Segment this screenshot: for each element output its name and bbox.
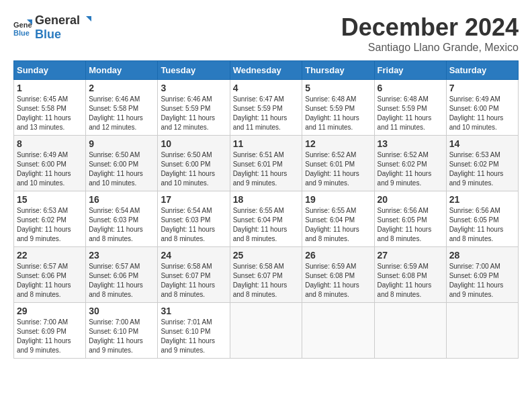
day-info: Sunrise: 6:50 AMSunset: 6:00 PMDaylight:… <box>89 151 143 187</box>
calendar-table: SundayMondayTuesdayWednesdayThursdayFrid… <box>13 60 519 359</box>
calendar-day-cell: 4 Sunrise: 6:47 AMSunset: 5:59 PMDayligh… <box>230 80 302 136</box>
day-number: 25 <box>233 250 300 261</box>
calendar-day-cell: 13 Sunrise: 6:52 AMSunset: 6:02 PMDaylig… <box>374 136 446 191</box>
day-info: Sunrise: 6:55 AMSunset: 6:04 PMDaylight:… <box>305 207 359 242</box>
day-info: Sunrise: 6:59 AMSunset: 6:08 PMDaylight:… <box>305 263 359 298</box>
location-subtitle: Santiago Llano Grande, Mexico <box>341 42 519 54</box>
day-number: 29 <box>17 306 83 316</box>
day-info: Sunrise: 6:55 AMSunset: 6:04 PMDaylight:… <box>233 207 287 242</box>
day-number: 5 <box>305 83 371 93</box>
logo-icon: General Blue <box>13 18 32 37</box>
day-info: Sunrise: 6:52 AMSunset: 6:01 PMDaylight:… <box>305 151 359 187</box>
day-number: 14 <box>449 138 515 149</box>
calendar-day-cell: 6 Sunrise: 6:48 AMSunset: 5:59 PMDayligh… <box>374 80 446 136</box>
calendar-day-cell: 5 Sunrise: 6:48 AMSunset: 5:59 PMDayligh… <box>302 80 374 136</box>
calendar-week-row: 1 Sunrise: 6:45 AMSunset: 5:58 PMDayligh… <box>14 80 519 136</box>
calendar-day-cell: 10 Sunrise: 6:50 AMSunset: 6:00 PMDaylig… <box>158 136 230 191</box>
day-number: 20 <box>378 194 443 205</box>
day-info: Sunrise: 6:56 AMSunset: 6:05 PMDaylight:… <box>449 207 504 242</box>
svg-marker-3 <box>86 16 91 21</box>
calendar-day-cell: 17 Sunrise: 6:54 AMSunset: 6:03 PMDaylig… <box>158 191 230 247</box>
day-info: Sunrise: 7:00 AMSunset: 6:09 PMDaylight:… <box>449 263 504 298</box>
day-info: Sunrise: 6:50 AMSunset: 6:00 PMDaylight:… <box>161 151 215 187</box>
svg-text:Blue: Blue <box>13 29 30 37</box>
day-number: 16 <box>89 194 154 205</box>
day-info: Sunrise: 6:52 AMSunset: 6:02 PMDaylight:… <box>378 151 432 187</box>
day-info: Sunrise: 6:54 AMSunset: 6:03 PMDaylight:… <box>89 207 143 242</box>
calendar-day-cell: 7 Sunrise: 6:49 AMSunset: 6:00 PMDayligh… <box>446 80 518 136</box>
day-number: 4 <box>233 83 300 93</box>
calendar-day-cell: 26 Sunrise: 6:59 AMSunset: 6:08 PMDaylig… <box>302 247 374 303</box>
day-number: 6 <box>378 83 443 93</box>
month-title: December 2024 <box>341 13 519 42</box>
day-info: Sunrise: 6:46 AMSunset: 5:58 PMDaylight:… <box>89 95 143 131</box>
day-number: 23 <box>89 250 154 261</box>
calendar-day-cell <box>374 303 446 359</box>
header: General Blue General Blue December 2024 … <box>13 13 519 54</box>
title-area: December 2024 Santiago Llano Grande, Mex… <box>341 13 519 54</box>
calendar-day-header: Saturday <box>446 61 518 80</box>
day-number: 10 <box>161 138 226 149</box>
logo: General Blue General Blue <box>13 13 92 42</box>
calendar-day-cell: 27 Sunrise: 6:59 AMSunset: 6:08 PMDaylig… <box>374 247 446 303</box>
day-number: 12 <box>305 138 371 149</box>
day-number: 27 <box>378 250 443 261</box>
calendar-day-cell: 9 Sunrise: 6:50 AMSunset: 6:00 PMDayligh… <box>86 136 158 191</box>
calendar-day-header: Sunday <box>14 61 86 80</box>
calendar-week-row: 29 Sunrise: 7:00 AMSunset: 6:09 PMDaylig… <box>14 303 519 359</box>
day-number: 15 <box>17 194 83 205</box>
day-info: Sunrise: 6:49 AMSunset: 6:00 PMDaylight:… <box>449 95 504 131</box>
calendar-day-cell: 23 Sunrise: 6:57 AMSunset: 6:06 PMDaylig… <box>86 247 158 303</box>
calendar-week-row: 15 Sunrise: 6:53 AMSunset: 6:02 PMDaylig… <box>14 191 519 247</box>
day-number: 22 <box>17 250 83 261</box>
day-info: Sunrise: 6:53 AMSunset: 6:02 PMDaylight:… <box>449 151 504 187</box>
day-info: Sunrise: 6:45 AMSunset: 5:58 PMDaylight:… <box>17 95 71 131</box>
calendar-day-cell: 20 Sunrise: 6:56 AMSunset: 6:05 PMDaylig… <box>374 191 446 247</box>
calendar-day-cell: 31 Sunrise: 7:01 AMSunset: 6:10 PMDaylig… <box>158 303 230 359</box>
calendar-day-header: Thursday <box>302 61 374 80</box>
day-info: Sunrise: 6:59 AMSunset: 6:08 PMDaylight:… <box>378 263 432 298</box>
day-number: 13 <box>378 138 443 149</box>
day-number: 31 <box>161 306 226 316</box>
day-info: Sunrise: 6:48 AMSunset: 5:59 PMDaylight:… <box>305 95 359 131</box>
calendar-day-cell: 19 Sunrise: 6:55 AMSunset: 6:04 PMDaylig… <box>302 191 374 247</box>
day-number: 26 <box>305 250 371 261</box>
calendar-day-cell <box>230 303 302 359</box>
calendar-day-cell <box>446 303 518 359</box>
calendar-day-cell: 2 Sunrise: 6:46 AMSunset: 5:58 PMDayligh… <box>86 80 158 136</box>
day-number: 28 <box>449 250 515 261</box>
day-info: Sunrise: 6:54 AMSunset: 6:03 PMDaylight:… <box>161 207 215 242</box>
calendar-day-cell: 30 Sunrise: 7:00 AMSunset: 6:10 PMDaylig… <box>86 303 158 359</box>
calendar-day-cell: 28 Sunrise: 7:00 AMSunset: 6:09 PMDaylig… <box>446 247 518 303</box>
day-info: Sunrise: 6:53 AMSunset: 6:02 PMDaylight:… <box>17 207 71 242</box>
calendar-day-cell: 3 Sunrise: 6:46 AMSunset: 5:59 PMDayligh… <box>158 80 230 136</box>
calendar-body: 1 Sunrise: 6:45 AMSunset: 5:58 PMDayligh… <box>14 80 519 359</box>
calendar-day-cell: 14 Sunrise: 6:53 AMSunset: 6:02 PMDaylig… <box>446 136 518 191</box>
calendar-day-cell: 25 Sunrise: 6:58 AMSunset: 6:07 PMDaylig… <box>230 247 302 303</box>
logo-triangle-icon <box>81 16 91 27</box>
day-number: 18 <box>233 194 300 205</box>
day-info: Sunrise: 6:57 AMSunset: 6:06 PMDaylight:… <box>89 263 143 298</box>
day-number: 1 <box>17 83 83 93</box>
calendar-day-cell: 1 Sunrise: 6:45 AMSunset: 5:58 PMDayligh… <box>14 80 86 136</box>
day-number: 8 <box>17 138 83 149</box>
calendar-day-cell: 12 Sunrise: 6:52 AMSunset: 6:01 PMDaylig… <box>302 136 374 191</box>
day-info: Sunrise: 6:48 AMSunset: 5:59 PMDaylight:… <box>378 95 432 131</box>
day-info: Sunrise: 6:58 AMSunset: 6:07 PMDaylight:… <box>233 263 287 298</box>
calendar-day-header: Monday <box>86 61 158 80</box>
day-info: Sunrise: 6:47 AMSunset: 5:59 PMDaylight:… <box>233 95 287 131</box>
day-number: 17 <box>161 194 226 205</box>
day-info: Sunrise: 6:49 AMSunset: 6:00 PMDaylight:… <box>17 151 71 187</box>
calendar-day-cell: 24 Sunrise: 6:58 AMSunset: 6:07 PMDaylig… <box>158 247 230 303</box>
day-info: Sunrise: 6:56 AMSunset: 6:05 PMDaylight:… <box>378 207 432 242</box>
calendar-day-header: Friday <box>374 61 446 80</box>
calendar-day-cell: 21 Sunrise: 6:56 AMSunset: 6:05 PMDaylig… <box>446 191 518 247</box>
calendar-day-cell: 8 Sunrise: 6:49 AMSunset: 6:00 PMDayligh… <box>14 136 86 191</box>
calendar-day-cell: 11 Sunrise: 6:51 AMSunset: 6:01 PMDaylig… <box>230 136 302 191</box>
calendar-day-header: Wednesday <box>230 61 302 80</box>
calendar-day-cell: 18 Sunrise: 6:55 AMSunset: 6:04 PMDaylig… <box>230 191 302 247</box>
day-number: 7 <box>449 83 515 93</box>
day-info: Sunrise: 7:01 AMSunset: 6:10 PMDaylight:… <box>161 318 215 354</box>
calendar-day-cell <box>302 303 374 359</box>
day-number: 3 <box>161 83 226 93</box>
